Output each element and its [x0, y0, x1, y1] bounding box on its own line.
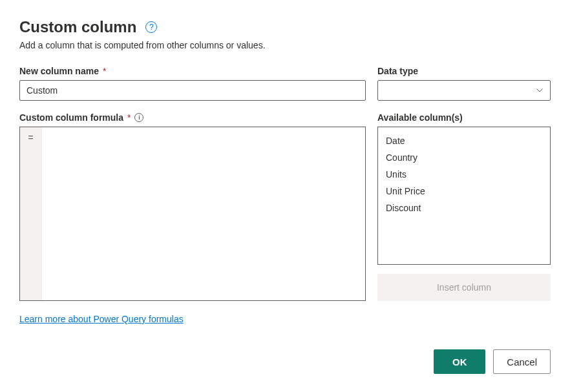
formula-label-text: Custom column formula: [19, 112, 123, 123]
dialog-title: Custom column: [19, 18, 136, 36]
data-type-label: Data type: [377, 66, 551, 76]
list-item[interactable]: Discount: [386, 200, 542, 216]
list-item[interactable]: Date: [386, 132, 542, 149]
column-name-field: New column name *: [19, 66, 366, 101]
data-type-field: Data type: [377, 66, 551, 101]
form-row-top: New column name * Data type: [19, 66, 551, 101]
cancel-button[interactable]: Cancel: [493, 349, 551, 374]
list-item[interactable]: Units: [386, 166, 542, 183]
list-item[interactable]: Unit Price: [386, 183, 542, 200]
formula-gutter: =: [20, 127, 42, 300]
available-columns-list: Date Country Units Unit Price Discount: [377, 127, 551, 265]
chevron-down-icon: [536, 87, 544, 94]
column-name-input[interactable]: [19, 80, 366, 101]
formula-input[interactable]: [42, 127, 365, 300]
dialog-header: Custom column ?: [19, 18, 551, 36]
column-name-label-text: New column name: [19, 66, 99, 76]
learn-more-link[interactable]: Learn more about Power Query formulas: [19, 314, 184, 324]
formula-field: Custom column formula * i = Learn more a…: [19, 112, 366, 324]
ok-button[interactable]: OK: [434, 349, 485, 374]
required-asterisk: *: [103, 66, 106, 76]
formula-label: Custom column formula * i: [19, 112, 366, 123]
available-columns-field: Available column(s) Date Country Units U…: [377, 112, 551, 324]
formula-row: Custom column formula * i = Learn more a…: [19, 112, 551, 324]
dialog-footer: OK Cancel: [434, 349, 551, 374]
available-columns-label: Available column(s): [377, 112, 551, 123]
data-type-dropdown[interactable]: [377, 80, 551, 101]
insert-column-button[interactable]: Insert column: [377, 274, 551, 301]
data-type-label-text: Data type: [377, 66, 418, 76]
dialog-subtitle: Add a column that is computed from other…: [19, 40, 551, 50]
info-icon[interactable]: i: [134, 113, 143, 122]
required-asterisk: *: [127, 112, 131, 123]
column-name-label: New column name *: [19, 66, 366, 76]
formula-editor: =: [19, 127, 366, 301]
help-icon[interactable]: ?: [145, 21, 157, 33]
list-item[interactable]: Country: [386, 149, 542, 166]
available-columns-label-text: Available column(s): [377, 112, 463, 123]
